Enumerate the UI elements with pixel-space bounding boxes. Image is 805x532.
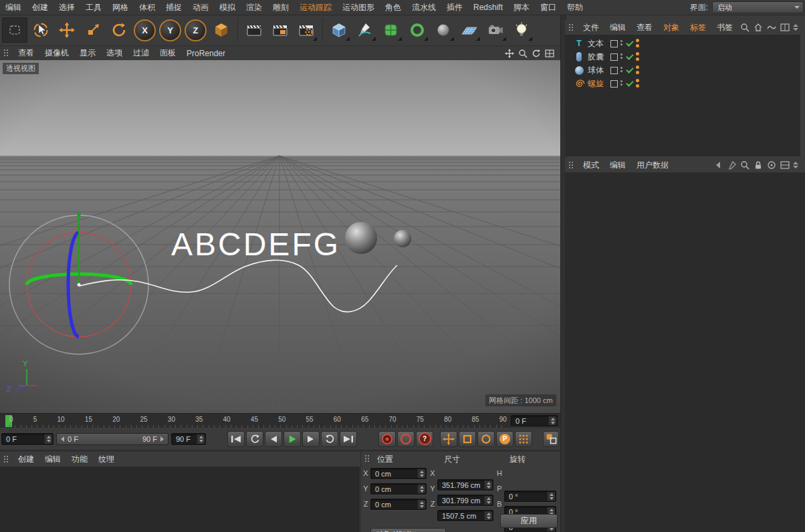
render-settings-button[interactable] [294,17,319,43]
am-menu-userdata[interactable]: 用户数据 [631,158,674,172]
panel-arrows-icon[interactable] [793,162,798,168]
frame-spinner[interactable] [548,416,556,425]
spinner[interactable] [484,511,492,520]
object-row-text[interactable]: T 文本 [565,37,800,50]
scale-tool-button[interactable] [80,17,106,43]
size-z-field[interactable]: 1507.5 cm [437,510,493,521]
vp-menu-view[interactable]: 查看 [13,47,39,59]
visibility-dots-icon[interactable] [620,40,622,45]
axis-x-lock-button[interactable]: X [134,19,156,41]
play-button[interactable] [283,431,301,447]
current-frame-field[interactable]: 0 F [511,415,558,426]
panel-grip[interactable] [568,23,574,32]
coordinate-system-button[interactable] [209,17,234,43]
menu-mograph[interactable]: 运动图形 [337,0,380,15]
play-backwards-button[interactable] [246,431,263,447]
om-menu-edit[interactable]: 编辑 [604,20,631,35]
menu-mesh[interactable]: 网格 [107,0,134,15]
attribute-manager-body[interactable] [565,172,805,532]
camera-button[interactable] [483,17,508,43]
menu-motion-tracker[interactable]: 运动跟踪 [294,0,337,15]
menu-redshift[interactable]: Redshift [468,0,508,15]
key-parameter-toggle[interactable]: P [496,431,513,447]
spinner[interactable] [417,500,425,509]
toggle-views-icon[interactable] [544,48,555,59]
object-manager-scrollbar[interactable] [800,35,805,156]
viewport[interactable]: ABCDEFG Y Z 网格间距 : 1000 cm 透视视图 [0,60,560,413]
om-menu-bookmarks[interactable]: 书签 [711,20,738,35]
menu-plugins[interactable]: 插件 [441,0,468,15]
home-icon[interactable] [753,22,764,33]
render-picture-viewer-button[interactable] [267,17,293,43]
search-icon[interactable] [739,160,750,170]
sphere-object[interactable] [345,222,377,254]
menu-sculpt[interactable]: 雕刻 [267,0,294,15]
mat-menu-create[interactable]: 创建 [13,452,39,467]
vp-menu-display[interactable]: 显示 [74,47,101,59]
visibility-state-dots-icon[interactable] [636,52,639,61]
menu-animate[interactable]: 动画 [187,0,214,15]
menu-tools[interactable]: 工具 [80,0,107,15]
spline-pen-button[interactable] [352,17,378,43]
history-back-icon[interactable] [713,160,723,170]
lock-icon[interactable] [753,160,764,170]
layer-chip-icon[interactable] [610,53,618,61]
record-keyframe-button[interactable] [378,431,396,447]
view-label[interactable]: 透视视图 [3,63,39,74]
timeline-ruler[interactable]: 0 5 10 15 20 25 30 35 40 45 50 55 60 65 … [0,413,560,428]
menu-edit[interactable]: 编辑 [0,0,27,15]
coordinate-mode-dropdown[interactable]: 对象 (相对) [370,528,446,532]
vp-menu-panel[interactable]: 面板 [154,47,181,59]
vp-menu-prorender[interactable]: ProRender [181,49,231,58]
material-list-area[interactable] [0,467,360,532]
generator-button[interactable] [405,17,430,43]
visibility-state-dots-icon[interactable] [636,65,639,74]
enabled-check-icon[interactable] [626,52,633,59]
frame-spinner[interactable] [44,434,52,444]
render-view-button[interactable] [241,17,267,43]
visibility-state-dots-icon[interactable] [636,79,639,88]
am-menu-edit[interactable]: 编辑 [604,158,631,172]
key-rotation-toggle[interactable] [477,431,495,447]
layer-chip-icon[interactable] [610,40,618,47]
capsule-object[interactable] [394,230,411,247]
pan-view-icon[interactable] [504,48,515,59]
panel-icon[interactable] [780,160,790,170]
light-button[interactable] [509,17,534,43]
menu-simulate[interactable]: 模拟 [214,0,241,15]
focus-icon[interactable] [766,160,777,170]
previous-frame-button[interactable] [265,431,282,447]
om-menu-view[interactable]: 查看 [631,20,658,35]
menu-pipeline[interactable]: 流水线 [407,0,441,15]
menu-script[interactable]: 脚本 [508,0,535,15]
end-frame-field[interactable]: 90 F [171,433,206,445]
apply-button[interactable]: 应用 [500,514,558,528]
visibility-state-dots-icon[interactable] [636,39,639,47]
autokeying-button[interactable] [397,431,415,447]
mat-menu-texture[interactable]: 纹理 [93,452,120,467]
keyframe-selection-button[interactable] [543,431,559,447]
enabled-check-icon[interactable] [626,65,633,73]
key-pla-toggle[interactable] [515,431,532,447]
brush-icon[interactable] [726,160,737,170]
menu-snap[interactable]: 捕捉 [160,0,187,15]
rotate-tool-button[interactable] [106,17,132,43]
rotate-view-icon[interactable] [531,48,542,59]
enabled-check-icon[interactable] [626,39,633,46]
go-to-start-button[interactable] [227,431,245,447]
next-frame-button[interactable] [302,431,320,447]
menu-render[interactable]: 渲染 [241,0,267,15]
vp-menu-filter[interactable]: 过滤 [128,47,154,59]
floor-button[interactable] [457,17,482,43]
menu-help[interactable]: 帮助 [562,0,588,15]
rectangle-select-button[interactable] [2,17,27,43]
enabled-check-icon[interactable] [626,79,633,86]
object-row-helix[interactable]: 螺旋 [565,77,800,90]
zoom-view-icon[interactable] [518,48,528,59]
am-menu-mode[interactable]: 模式 [578,158,604,172]
position-y-field[interactable]: 0 cm [370,483,427,495]
mat-menu-function[interactable]: 功能 [66,452,93,467]
move-tool-button[interactable] [54,17,80,43]
om-menu-tags[interactable]: 标签 [685,20,711,35]
visibility-dots-icon[interactable] [620,53,622,59]
